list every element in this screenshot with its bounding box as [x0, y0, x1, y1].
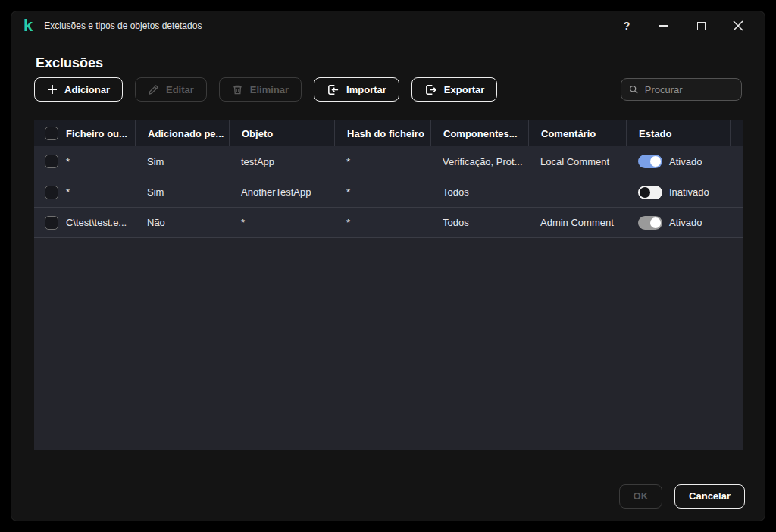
state-label: Ativado [669, 156, 702, 167]
table-row[interactable]: C\test\test.e... Não * * Todos Admin Com… [34, 207, 743, 237]
state-toggle[interactable] [638, 216, 662, 230]
cell-object: testApp [229, 146, 334, 177]
table-header-row: Ficheiro ou...Adicionado pe...ObjetoHash… [34, 120, 743, 146]
cell-comment: Admin Comment [528, 208, 626, 237]
close-icon [733, 20, 743, 31]
dialog-window: k Exclusões e tipos de objetos detetados… [11, 11, 765, 521]
cell-comment: Local Comment [528, 146, 626, 177]
kaspersky-logo-icon: k [23, 17, 32, 34]
column-header[interactable]: Comentário [528, 120, 626, 146]
cell-object: AnotherTestApp [229, 177, 334, 207]
ok-button[interactable]: OK [619, 484, 663, 509]
cell-comment [528, 177, 626, 207]
window-title: Exclusões e tipos de objetos detetados [44, 20, 202, 31]
column-header[interactable]: Estado [626, 120, 730, 146]
pencil-icon [148, 84, 159, 95]
plus-icon [47, 84, 58, 95]
cell-file: * [66, 186, 70, 198]
search-box [621, 78, 742, 101]
row-checkbox[interactable] [45, 186, 58, 199]
trash-icon [232, 84, 243, 95]
minimize-icon [659, 25, 668, 27]
cell-added-by: Sim [135, 146, 229, 177]
maximize-icon [697, 22, 706, 30]
cell-spacer [730, 146, 743, 177]
column-header[interactable]: Ficheiro ou... [34, 120, 135, 146]
close-button[interactable] [731, 19, 745, 33]
row-checkbox[interactable] [45, 155, 58, 168]
delete-button[interactable]: Eliminar [219, 77, 302, 102]
cell-file: * [66, 156, 70, 167]
footer-bar: OK Cancelar [11, 471, 765, 521]
state-label: Inativado [669, 186, 709, 198]
table-row[interactable]: * Sim AnotherTestApp * Todos Inativado [34, 177, 743, 207]
select-all-checkbox[interactable] [45, 127, 58, 140]
cell-added-by: Não [135, 208, 229, 237]
import-button[interactable]: Importar [314, 77, 399, 102]
export-icon [424, 83, 437, 96]
toggle-knob [640, 187, 650, 198]
cell-spacer [730, 208, 743, 237]
page-title: Exclusões [36, 55, 103, 71]
add-button[interactable]: Adicionar [34, 77, 123, 102]
maximize-button[interactable] [694, 19, 708, 33]
search-icon [629, 84, 639, 95]
column-header[interactable]: Objeto [229, 120, 334, 146]
state-label: Ativado [669, 217, 702, 228]
cell-hash: * [334, 146, 430, 177]
export-button[interactable]: Exportar [411, 77, 497, 102]
edit-button[interactable]: Editar [135, 77, 207, 102]
window-controls: ? [620, 19, 745, 33]
cell-spacer [730, 177, 743, 207]
cell-components: Verificação, Prot... [430, 146, 528, 177]
toolbar: Adicionar Editar Eliminar Importar Expor… [34, 77, 742, 102]
column-header[interactable]: Adicionado pe... [135, 120, 229, 146]
toggle-knob [650, 217, 661, 228]
table-empty-area [34, 237, 743, 450]
table-body: * Sim testApp * Verificação, Prot... Loc… [34, 146, 743, 237]
state-toggle[interactable] [638, 186, 662, 199]
cell-added-by: Sim [135, 177, 229, 207]
column-header[interactable]: Componentes... [430, 120, 528, 146]
help-button[interactable]: ? [620, 19, 634, 33]
table-row[interactable]: * Sim testApp * Verificação, Prot... Loc… [34, 146, 743, 177]
cell-components: Todos [430, 208, 528, 237]
cell-hash: * [334, 177, 430, 207]
exclusions-table: Ficheiro ou...Adicionado pe...ObjetoHash… [34, 120, 743, 450]
column-header-spacer [730, 120, 743, 146]
row-checkbox[interactable] [45, 216, 58, 230]
cell-object: * [229, 208, 334, 237]
cell-components: Todos [430, 177, 528, 207]
search-input[interactable] [645, 84, 734, 95]
import-icon [327, 83, 340, 96]
title-bar: k Exclusões e tipos de objetos detetados… [11, 11, 765, 40]
toggle-knob [650, 156, 661, 167]
cell-file: C\test\test.e... [66, 217, 127, 228]
minimize-button[interactable] [657, 19, 671, 33]
cell-hash: * [334, 208, 430, 237]
cancel-button[interactable]: Cancelar [674, 484, 745, 509]
help-icon: ? [624, 20, 630, 32]
column-header[interactable]: Hash do ficheiro [334, 120, 430, 146]
state-toggle[interactable] [638, 155, 662, 168]
